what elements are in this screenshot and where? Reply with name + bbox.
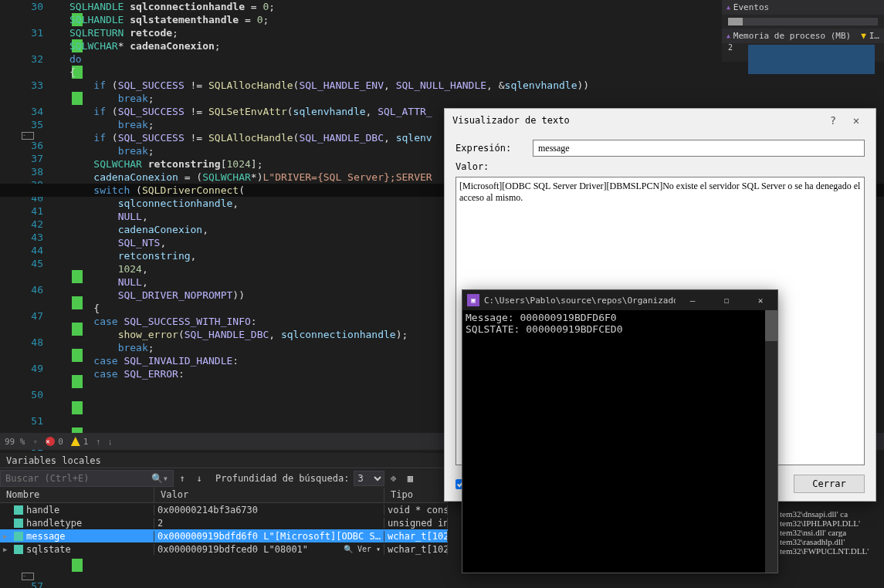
warning-count[interactable]: 1: [71, 437, 89, 447]
nav-down-icon[interactable]: ↓: [108, 437, 113, 446]
locals-panel-title: Variables locales: [0, 453, 448, 468]
visualizer-icon[interactable]: 🔍 Ver ▾: [344, 545, 381, 553]
error-count[interactable]: ✕0: [46, 437, 63, 447]
close-icon[interactable]: ✕: [845, 114, 868, 127]
locals-search-row: 🔍▾ ↑ ↓ Profundidad de búsqueda: 3 ⎆ ▦: [0, 469, 448, 488]
search-icon[interactable]: 🔍▾: [151, 473, 168, 484]
close-window-icon[interactable]: ✕: [743, 290, 777, 310]
zoom-level[interactable]: 99 %: [5, 437, 25, 447]
code-line[interactable]: break;: [69, 92, 884, 105]
tool-icon-1[interactable]: ⎆: [384, 470, 401, 487]
help-icon[interactable]: ?: [821, 114, 845, 127]
table-row[interactable]: handle0x00000214bf3a6730void * const &: [0, 503, 448, 516]
mem-y-tick: 2: [722, 43, 733, 74]
minimize-icon[interactable]: —: [676, 290, 710, 310]
memory-chart: [748, 45, 875, 74]
locals-grid[interactable]: Nombre Valor Tipo handle0x00000214bf3a67…: [0, 488, 448, 556]
col-name[interactable]: Nombre: [0, 488, 154, 502]
expression-label: Expresión:: [456, 143, 525, 154]
search-prev-icon[interactable]: ↑: [174, 470, 191, 487]
search-next-icon[interactable]: ↓: [191, 470, 208, 487]
close-button[interactable]: Cerrar: [794, 475, 865, 493]
events-header[interactable]: Eventos: [722, 0, 884, 15]
value-label: Valor:: [456, 161, 525, 172]
expression-input[interactable]: [533, 140, 865, 157]
diagnostic-panel: Eventos Memoria de proceso (MB) ▼ I… 2: [722, 0, 884, 62]
output-fragment: tem32\dnsapi.dll' ca tem32\IPHLPAPI.DLL'…: [780, 509, 884, 556]
nav-up-icon[interactable]: ↑: [96, 437, 100, 446]
col-value[interactable]: Valor: [154, 488, 384, 502]
console-app-icon: ▣: [467, 294, 479, 306]
maximize-icon[interactable]: ☐: [710, 290, 743, 310]
table-row[interactable]: ▶ message0x000000919bdfd6f0 L"[Microsoft…: [0, 529, 448, 542]
console-output[interactable]: Message: 000000919BDFD6F0 SQLSTATE: 0000…: [462, 310, 777, 573]
locals-search-input[interactable]: 🔍▾: [0, 470, 174, 487]
dialog-title: Visualizador de texto: [452, 115, 570, 126]
table-row[interactable]: handletype2unsigned int: [0, 516, 448, 529]
console-window: ▣ C:\Users\Pablo\source\repos\Organizado…: [462, 289, 778, 573]
table-row[interactable]: ▶ sqlstate0x000000919bdfced0 L"08001"🔍 V…: [0, 542, 448, 556]
console-title: C:\Users\Pablo\source\repos\OrganizadorP…: [484, 296, 676, 306]
console-scrollbar[interactable]: [765, 310, 777, 573]
depth-select[interactable]: 3: [354, 471, 384, 486]
events-bar: [728, 18, 878, 25]
col-type[interactable]: Tipo: [384, 488, 448, 502]
tool-icon-2[interactable]: ▦: [401, 470, 418, 487]
memory-header[interactable]: Memoria de proceso (MB) ▼ I…: [722, 29, 884, 43]
code-line[interactable]: if (SQL_SUCCESS != SQLAllocHandle(SQL_HA…: [69, 79, 884, 92]
depth-label: Profundidad de búsqueda:: [215, 473, 349, 484]
